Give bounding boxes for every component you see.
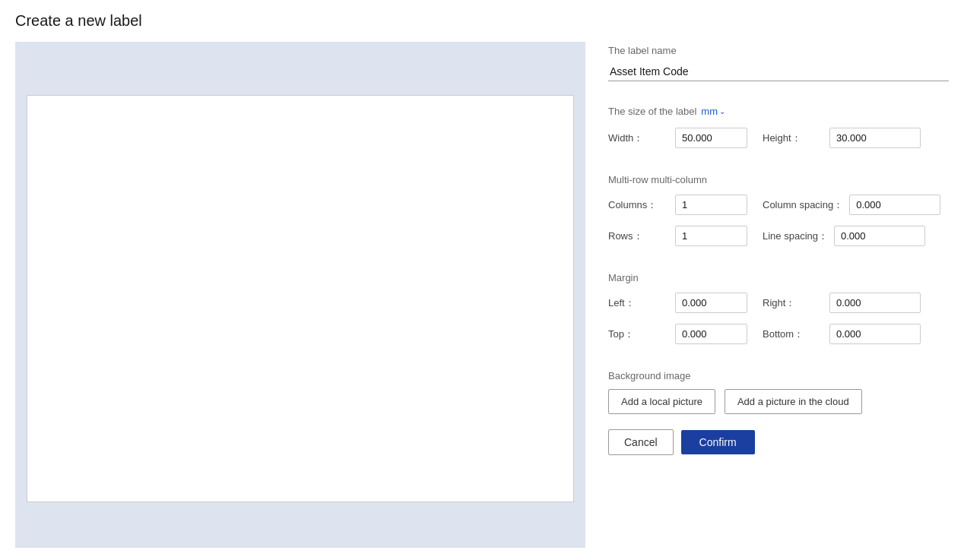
unit-selector[interactable]: mm ⌄ [701,106,725,117]
columns-label: Columns： [608,198,669,212]
action-buttons: Cancel Confirm [608,429,949,455]
columns-input[interactable] [675,195,747,215]
chevron-down-icon: ⌄ [719,107,725,115]
width-label: Width： [608,131,669,145]
bottom-input[interactable] [829,324,921,344]
top-label: Top： [608,327,669,341]
height-field: Height： [763,128,921,148]
bottom-label: Bottom： [763,327,823,341]
size-group: The size of the label mm ⌄ Width： Height… [608,106,949,159]
columns-field: Columns： [608,195,747,215]
column-spacing-label: Column spacing： [763,198,843,212]
width-field: Width： [608,128,747,148]
cancel-button[interactable]: Cancel [608,429,674,455]
top-input[interactable] [675,324,747,344]
label-name-section-label: The label name [608,45,949,56]
form-panel: The label name The size of the label mm … [608,42,949,548]
rows-label: Rows： [608,229,669,243]
line-spacing-field: Line spacing： [763,226,925,246]
multirow-section-label: Multi-row multi-column [608,174,949,185]
unit-text: mm [701,106,718,117]
column-spacing-field: Column spacing： [763,195,940,215]
width-input[interactable] [675,128,747,148]
label-preview-panel [15,42,585,548]
multirow-group: Multi-row multi-column Columns： Column s… [608,171,949,257]
bg-image-section: Background image Add a local picture Add… [608,370,949,429]
add-local-picture-button[interactable]: Add a local picture [608,389,715,414]
label-name-group: The label name [608,45,949,93]
right-field: Right： [763,293,921,313]
bg-image-buttons: Add a local picture Add a picture in the… [608,389,949,414]
add-cloud-picture-button[interactable]: Add a picture in the cloud [725,389,862,414]
label-name-input[interactable] [608,62,949,81]
height-input[interactable] [829,128,921,148]
left-field: Left： [608,293,747,313]
column-spacing-input[interactable] [849,195,940,215]
bg-image-label: Background image [608,370,949,381]
line-spacing-input[interactable] [834,226,925,246]
preview-outer [15,42,585,548]
rows-input[interactable] [675,226,747,246]
bottom-field: Bottom： [763,324,921,344]
rows-field: Rows： [608,226,747,246]
size-section-label: The size of the label [608,106,696,117]
right-label: Right： [763,296,823,310]
height-label: Height： [763,131,823,145]
line-spacing-label: Line spacing： [763,229,828,243]
page-title: Create a new label [15,12,949,30]
margin-group: Margin Left： Right： Top： [608,269,949,355]
confirm-button[interactable]: Confirm [681,430,755,454]
top-field: Top： [608,324,747,344]
margin-section-label: Margin [608,272,949,283]
right-input[interactable] [829,293,921,313]
left-input[interactable] [675,293,747,313]
left-label: Left： [608,296,669,310]
preview-inner [27,95,574,502]
